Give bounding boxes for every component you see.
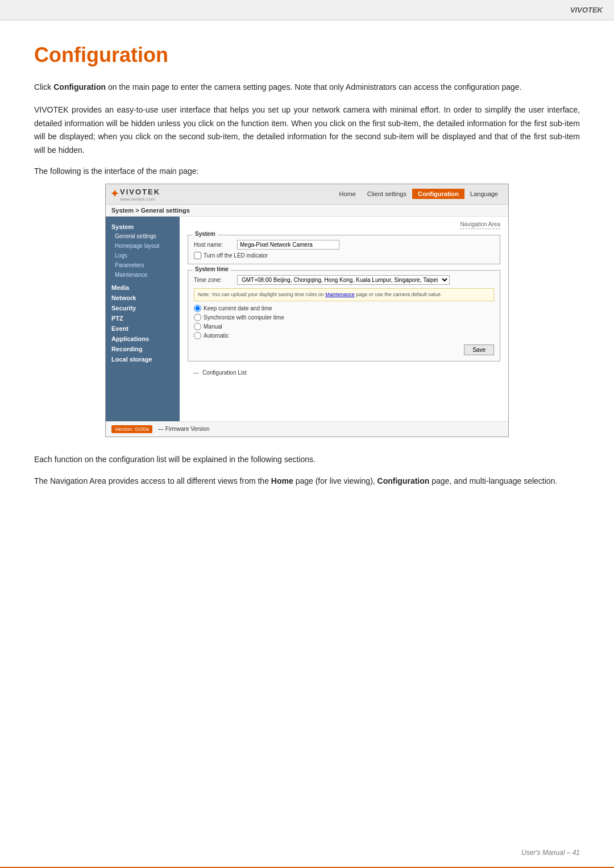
logo-sub: www.vivotek.com [120, 197, 160, 202]
sidebar-item-homepage-layout[interactable]: Homepage layout [106, 241, 180, 251]
sidebar-security-label: Security [106, 302, 180, 313]
radio-manual-input[interactable] [194, 323, 201, 330]
sidebar-item-general-settings[interactable]: General settings [106, 231, 180, 241]
sidebar-applications-label: Applications [106, 333, 180, 343]
hostname-label: Host name: [194, 242, 234, 248]
save-row: Save [194, 341, 494, 356]
radio-keep-current-input[interactable] [194, 305, 201, 312]
radio-sync-computer-label: Synchronize with computer time [204, 314, 284, 321]
nav-client-settings[interactable]: Client settings [362, 189, 412, 199]
logo-text: VIVOTEK [120, 188, 160, 196]
page-title: Configuration [34, 43, 580, 67]
radio-manual: Manual [194, 323, 494, 330]
firmware-version-label: Firmware Version [158, 426, 210, 432]
system-section: System Host name: Turn off the LED indic… [188, 235, 500, 264]
sidebar-item-parameters[interactable]: Parameters [106, 260, 180, 270]
system-section-title: System [193, 231, 218, 237]
iface-logo: ✦ VIVOTEK www.vivotek.com [110, 186, 160, 202]
led-checkbox[interactable] [194, 252, 201, 259]
bottom-text-1: Each function on the configuration list … [34, 453, 580, 467]
radio-manual-label: Manual [204, 323, 222, 330]
iface-footer: Version: 0100a Firmware Version [106, 421, 508, 437]
intro-paragraph-2: VIVOTEK provides an easy-to-use user int… [34, 103, 580, 157]
brand-label: VIVOTEK [570, 6, 603, 14]
timezone-label: Time zone: [194, 277, 234, 283]
timezone-note: Note: You can upload your daylight savin… [194, 288, 494, 302]
radio-keep-current-label: Keep current date and time [204, 305, 272, 312]
sidebar-item-logs[interactable]: Logs [106, 251, 180, 260]
nav-language[interactable]: Language [464, 189, 504, 199]
system-time-title: System time [193, 266, 231, 272]
system-time-section: System time Time zone: GMT+08:00 Beijing… [188, 270, 500, 362]
sidebar-media-label: Media [106, 282, 180, 292]
sidebar-ptz-label: PTZ [106, 313, 180, 323]
intro-bold-config: Configuration [53, 82, 106, 92]
timezone-row: Time zone: GMT+08:00 Beijing, Chongqing,… [194, 275, 494, 285]
iface-content: Navigation Area System Host name: Turn o… [180, 217, 508, 421]
hostname-row: Host name: [194, 240, 494, 250]
config-list-text: Configuration List [202, 369, 247, 376]
radio-automatic-label: Automatic [204, 333, 229, 339]
radio-sync-computer: Synchronize with computer time [194, 314, 494, 321]
sidebar-system-label: System [106, 221, 180, 231]
bold-home: Home [271, 476, 293, 485]
interface-screenshot: ✦ VIVOTEK www.vivotek.com Home Client se… [105, 184, 509, 437]
iface-navbar: ✦ VIVOTEK www.vivotek.com Home Client se… [106, 184, 508, 205]
page-footer: User's Manual – 41 [521, 849, 580, 857]
radio-keep-current: Keep current date and time [194, 305, 494, 312]
intro-paragraph-1: Click Configuration on the main page to … [34, 81, 580, 94]
sidebar-network-label: Network [106, 292, 180, 302]
version-badge: Version: 0100a [111, 425, 152, 433]
sidebar-event-label: Event [106, 323, 180, 333]
radio-sync-computer-input[interactable] [194, 314, 201, 321]
section-label: The following is the interface of the ma… [34, 167, 580, 176]
bold-config: Configuration [377, 476, 430, 485]
sidebar-local-storage-label: Local storage [106, 354, 180, 364]
bottom-text-2: The Navigation Area provides access to a… [34, 475, 580, 488]
led-label: Turn off the LED indicator [204, 252, 268, 259]
iface-breadcrumb: System > General settings [106, 205, 508, 217]
maintenance-link[interactable]: Maintenance [325, 292, 355, 297]
intro-text-1-rest: on the main page to enter the camera set… [108, 82, 522, 92]
radio-automatic-input[interactable] [194, 332, 201, 339]
nav-home[interactable]: Home [334, 189, 362, 199]
config-list-label: Configuration List [188, 367, 500, 378]
logo-icon: ✦ [110, 188, 119, 200]
led-checkbox-row: Turn off the LED indicator [194, 252, 494, 259]
timezone-select[interactable]: GMT+08:00 Beijing, Chongqing, Hong Kong,… [237, 275, 450, 285]
top-bar: VIVOTEK [0, 0, 614, 20]
nav-area-label: Navigation Area [460, 221, 500, 229]
nav-configuration[interactable]: Configuration [412, 189, 464, 199]
sidebar-item-maintenance[interactable]: Maintenance [106, 270, 180, 280]
main-content: Configuration Click Configuration on the… [0, 20, 614, 530]
radio-automatic: Automatic [194, 332, 494, 339]
hostname-input[interactable] [237, 240, 339, 250]
iface-body: System General settings Homepage layout … [106, 217, 508, 421]
save-button[interactable]: Save [464, 344, 494, 355]
sidebar-recording-label: Recording [106, 343, 180, 354]
iface-nav-links: Home Client settings Configuration Langu… [334, 189, 504, 199]
iface-sidebar: System General settings Homepage layout … [106, 217, 180, 421]
